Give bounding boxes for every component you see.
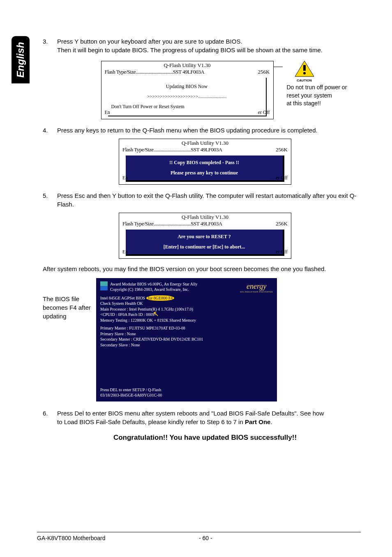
qflash-title: Q-Flash Utility V1.30 [119,139,291,146]
svg-point-2 [303,72,306,74]
boot-line: Primary Master : FUJITSU MPE3170AT ED-03… [100,325,273,331]
footer-left: En [105,109,110,116]
qflash-row-1: Q-Flash Utility V1.30 Flash Type/Size...… [43,57,367,126]
step-4: 4. Press any keys to return to the Q-Fla… [43,126,367,135]
boot-line: Intel 845GE AGPSet BIOS [100,296,146,300]
qflash-type-row: Flash Type/Size.........................… [119,146,291,154]
boot-bottom: Press DEL to enter SETUP / Q-Flash 03/18… [100,387,162,398]
flash-type: Flash Type/Size.........................… [105,69,205,75]
energy-text: energy [240,282,273,291]
page-content: 3. Press Y button on your keyboard after… [43,37,367,454]
caution-callout: CAUTION Do not trun off power or reset y… [287,60,359,108]
congratulation-text: Congratulation!! You have updated BIOS s… [43,434,367,442]
step-text: Press Esc and then Y button to exit the … [57,191,367,209]
qflash-type-row: Flash Type/Size.........................… [101,69,273,76]
qflash-footer: En er Off [119,248,291,257]
progress-bar: >>>>>>>>>>>>>>>>>>>>....................… [111,92,263,101]
step-6: 6. Press Del to enter BIOS menu after sy… [43,409,367,426]
boot-line: Memory Testing : 122880K OK + 8192K Shar… [100,318,273,323]
qflash-footer: En er Off [101,109,273,117]
language-tab: English [12,36,30,84]
caution-line: at this stage!! [287,100,359,108]
boot-line: 03/18/2003-I845GE-6A69YG01C-00 [100,392,162,398]
caution-line: reset your system [287,92,359,100]
step-3: 3. Press Y button on your keyboard after… [43,37,367,54]
page-footer: GA-K8VT800 Motherboard - 60 - [37,535,361,541]
boot-line: Main Processor : Intel Pentium(R) 4 1.7G… [100,306,273,312]
complete-msg: !! Copy BIOS completed - Pass !! [129,160,279,166]
updating-msg: Updating BIOS Now [111,82,263,91]
boot-line: Press DEL to enter SETUP / Q-Flash [100,387,162,393]
flash-type: Flash Type/Size.........................… [122,146,222,153]
callout-line [274,67,283,67]
step-line: to Load BIOS Fail-Safe Defaults, please … [57,418,367,426]
step-line: Press Del to enter BIOS menu after syste… [57,409,367,418]
boot-screen: Award Modular BIOS v6.00PG, An Energy St… [96,278,277,402]
qflash-dialog-complete: Q-Flash Utility V1.30 Flash Type/Size...… [119,139,291,185]
step-number: 6. [43,409,57,426]
qflash-title: Q-Flash Utility V1.30 [101,61,273,69]
boot-screen-label: The BIOS file becomes F4 after updating [43,295,96,320]
energy-star-icon: energy EPA POLLUTION PREVENTER [240,282,273,293]
boot-screen-row: The BIOS file becomes F4 after updating … [43,278,367,402]
epa-text: EPA POLLUTION PREVENTER [240,291,273,293]
step-line: Press Y button on your keyboard after yo… [57,37,367,46]
boot-body: Intel 845GE AGPSet BIOS for 8GE800 F4 ↖ … [100,295,273,348]
flash-size: 256K [276,220,288,227]
reset-msg: Are you sure to RESET ? [129,234,279,240]
step-text: Press Del to enter BIOS menu after syste… [57,409,367,426]
footer-right: er Off [276,175,288,181]
qflash-dialog-updating: Q-Flash Utility V1.30 Flash Type/Size...… [101,61,274,119]
step-line: Then it will begin to update BIOS. The p… [57,46,367,54]
step-text: Press Y button on your keyboard after yo… [57,37,367,54]
bios-version-highlight: for 8GE800 F4 [146,295,175,301]
caution-label: CAUTION [294,78,315,83]
boot-line: <CPUID : 0F0A Patch ID : 0009> [100,312,273,318]
footer-left: En [122,175,128,181]
flash-size: 256K [258,69,270,75]
arrow-icon: ↖ [153,309,159,319]
qflash-title: Q-Flash Utility V1.30 [119,213,291,220]
footer-right: er Off [258,109,270,116]
footer-divider [37,532,361,532]
qflash-dialog-reset: Q-Flash Utility V1.30 Flash Type/Size...… [119,213,291,259]
after-reboot-text: After system reboots, you may find the B… [43,265,367,272]
boot-line: Secondary Slave : None [100,342,273,348]
qflash-type-row: Flash Type/Size.........................… [119,220,291,228]
boot-line: Primary Slave : None [100,331,273,337]
step-5: 5. Press Esc and then Y button to exit t… [43,191,367,209]
step-number: 5. [43,191,57,209]
footer-right: er Off [276,249,288,255]
boot-line: Copyright (C) 1984-2003, Award Software,… [110,287,198,292]
qflash-footer: En er Off [119,174,291,183]
caution-icon: CAUTION [294,60,359,83]
step-text: Press any keys to return to the Q-Flash … [57,126,367,135]
footer-left: GA-K8VT800 Motherboard [37,535,199,541]
step-number: 3. [43,37,57,54]
flash-size: 256K [276,146,288,153]
boot-line: Check System Health OK [100,301,273,306]
footer-page-number: - 60 - [199,535,361,541]
award-logo-icon [100,281,108,290]
svg-rect-1 [303,65,306,71]
flash-type: Flash Type/Size.........................… [122,220,222,227]
step-number: 4. [43,126,57,135]
footer-left: En [122,249,128,255]
boot-line: Secondary Master : CREATIVEDVD-RM DVD124… [100,337,273,342]
boot-line: Award Modular BIOS v6.00PG, An Energy St… [110,281,198,287]
caution-line: Do not trun off power or [287,84,359,92]
